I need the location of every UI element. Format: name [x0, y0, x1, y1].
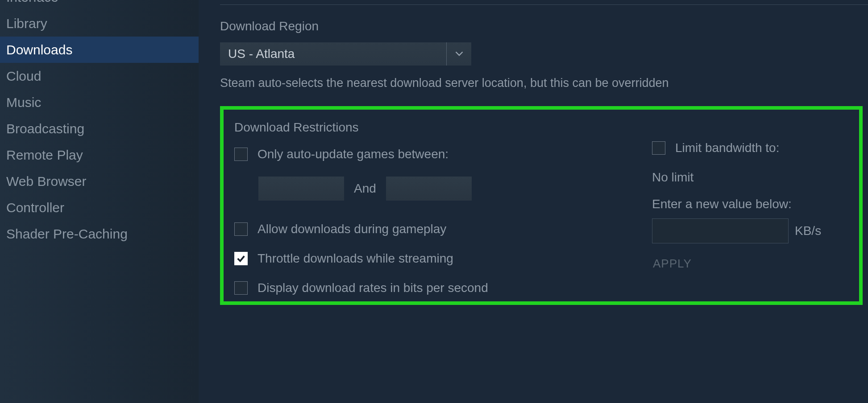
sidebar-item-label: Web Browser: [6, 174, 87, 189]
bandwidth-input-row: KB/s: [652, 218, 848, 243]
settings-sidebar: Interface Library Downloads Cloud Music …: [0, 0, 199, 403]
auto-update-label: Only auto-update games between:: [257, 147, 449, 161]
sidebar-item-music[interactable]: Music: [0, 89, 199, 115]
bandwidth-status: No limit: [652, 170, 848, 185]
sidebar-item-label: Remote Play: [6, 148, 83, 162]
restrictions-left-column: Download Restrictions Only auto-update g…: [234, 120, 625, 298]
throttle-streaming-row: Throttle downloads while streaming: [234, 251, 625, 266]
download-region-helper: Steam auto-selects the nearest download …: [220, 76, 868, 90]
limit-bandwidth-label: Limit bandwidth to:: [675, 141, 779, 155]
auto-update-checkbox[interactable]: [234, 148, 248, 161]
sidebar-item-broadcasting[interactable]: Broadcasting: [0, 115, 199, 142]
download-region-value: US - Atlanta: [228, 47, 295, 61]
bandwidth-input[interactable]: [652, 218, 789, 243]
allow-during-gameplay-checkbox[interactable]: [234, 222, 248, 236]
allow-during-gameplay-label: Allow downloads during gameplay: [257, 222, 446, 236]
throttle-streaming-checkbox[interactable]: [234, 252, 248, 265]
sidebar-item-label: Broadcasting: [6, 121, 84, 136]
apply-button[interactable]: APPLY: [652, 254, 693, 273]
section-divider: [220, 4, 868, 5]
sidebar-item-remote-play[interactable]: Remote Play: [0, 142, 199, 168]
sidebar-item-label: Downloads: [6, 42, 72, 57]
sidebar-item-label: Shader Pre-Caching: [6, 226, 128, 241]
sidebar-item-interface[interactable]: Interface: [0, 0, 199, 10]
sidebar-item-label: Music: [6, 95, 41, 110]
allow-during-gameplay-row: Allow downloads during gameplay: [234, 222, 625, 236]
download-restrictions-title: Download Restrictions: [234, 120, 625, 135]
sidebar-item-label: Controller: [6, 200, 64, 215]
sidebar-item-controller[interactable]: Controller: [0, 194, 199, 221]
time-from-dropdown[interactable]: [258, 177, 344, 201]
sidebar-item-label: Library: [6, 16, 47, 31]
bandwidth-enter-label: Enter a new value below:: [652, 197, 848, 211]
auto-update-time-range: And: [258, 177, 625, 201]
download-region-dropdown[interactable]: US - Atlanta: [220, 42, 471, 66]
sidebar-item-downloads[interactable]: Downloads: [0, 37, 199, 63]
download-region-label: Download Region: [220, 19, 868, 33]
settings-content: Download Region US - Atlanta Steam auto-…: [199, 0, 868, 403]
display-bits-checkbox[interactable]: [234, 281, 248, 295]
limit-bandwidth-checkbox[interactable]: [652, 141, 665, 155]
chevron-down-icon: [446, 42, 471, 66]
limit-bandwidth-row: Limit bandwidth to:: [652, 141, 848, 155]
auto-update-row: Only auto-update games between:: [234, 147, 625, 161]
sidebar-item-web-browser[interactable]: Web Browser: [0, 168, 199, 194]
time-to-dropdown[interactable]: [386, 177, 472, 201]
restrictions-right-column: Limit bandwidth to: No limit Enter a new…: [652, 120, 848, 298]
and-text: And: [354, 181, 376, 196]
display-bits-label: Display download rates in bits per secon…: [257, 281, 488, 295]
sidebar-item-shader-pre-caching[interactable]: Shader Pre-Caching: [0, 221, 199, 247]
sidebar-item-cloud[interactable]: Cloud: [0, 63, 199, 89]
bandwidth-unit: KB/s: [795, 224, 821, 238]
throttle-streaming-label: Throttle downloads while streaming: [257, 251, 453, 266]
download-restrictions-panel: Download Restrictions Only auto-update g…: [220, 106, 863, 305]
sidebar-item-label: Cloud: [6, 69, 41, 83]
display-bits-row: Display download rates in bits per secon…: [234, 281, 625, 295]
sidebar-item-label: Interface: [6, 0, 58, 4]
sidebar-item-library[interactable]: Library: [0, 10, 199, 37]
